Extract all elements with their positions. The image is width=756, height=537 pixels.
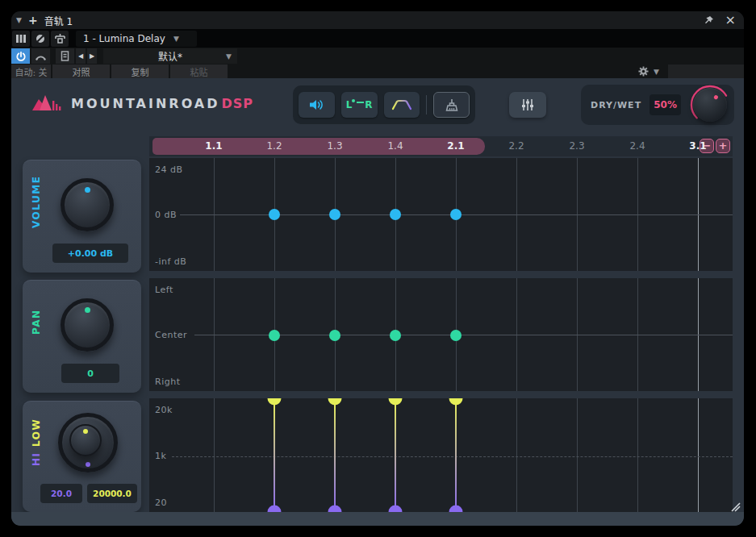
- volume-scale-label: 0 dB: [155, 210, 177, 220]
- mixer-view-button[interactable]: [509, 92, 546, 118]
- routing-icon[interactable]: [51, 31, 69, 47]
- knob-indicator-dot: [712, 94, 718, 100]
- ruler-beat-3.1: 3.1: [682, 136, 714, 156]
- hipass-point-1.4[interactable]: [389, 506, 403, 513]
- pan-value[interactable]: 0: [61, 364, 119, 383]
- plugin-slot-select[interactable]: 1 - Lumina Delay ▼: [76, 31, 197, 47]
- inserts-rack-button[interactable]: [12, 31, 30, 47]
- window-titlebar: ▼ + 音轨 1 ×: [11, 11, 744, 29]
- volume-point-1.2[interactable]: [269, 209, 280, 220]
- lane-toggle-group: LR: [293, 85, 475, 124]
- volume-value[interactable]: +0.00 dB: [52, 244, 128, 263]
- pan-point-1.2[interactable]: [269, 330, 280, 341]
- pan-point-2.1[interactable]: [450, 330, 462, 341]
- volume-knob[interactable]: [61, 178, 114, 231]
- pan-point-1.4[interactable]: [390, 330, 401, 341]
- bypass-circle-icon[interactable]: [31, 31, 49, 47]
- sliders-icon: [520, 98, 535, 111]
- grid-line-2.4: [637, 398, 638, 512]
- window-menu-caret[interactable]: ▼: [16, 16, 22, 24]
- pan-panel-label: PAN: [31, 285, 42, 359]
- chevron-down-icon: ▼: [226, 52, 232, 60]
- dry-wet-value[interactable]: 50%: [649, 94, 681, 115]
- ruler-beat-1.3: 1.3: [319, 136, 351, 156]
- lowpass-point-1.2[interactable]: [268, 398, 282, 406]
- ruler-beat-1.1: 1.1: [198, 136, 230, 156]
- ruler-beat-2.2: 2.2: [500, 136, 533, 156]
- ruler-beat-1.4: 1.4: [379, 136, 411, 156]
- next-preset-button[interactable]: ▶: [87, 48, 97, 64]
- lr-icon: LR: [346, 99, 373, 110]
- volume-lane-button[interactable]: [299, 92, 335, 118]
- lowpass-point-2.1[interactable]: [449, 398, 463, 406]
- filter-range-1.2: [274, 398, 275, 512]
- ruler-beat-2.4: 2.4: [621, 136, 654, 156]
- divider: [426, 95, 427, 114]
- paste-button[interactable]: 粘贴: [170, 65, 228, 78]
- input-activity-icon[interactable]: [31, 48, 50, 64]
- hipass-knob[interactable]: [58, 413, 118, 472]
- hipass-point-1.2[interactable]: [268, 506, 282, 513]
- plugin-ui: MOUNTAINROADDSP LR: [11, 78, 744, 526]
- plugin-power-button[interactable]: [11, 48, 30, 64]
- chevron-down-icon: ▼: [173, 35, 179, 43]
- brand-suffix: DSP: [221, 96, 253, 111]
- ruler-beat-2.1: 2.1: [440, 136, 472, 156]
- preset-select[interactable]: 默认* ▼: [103, 48, 237, 64]
- brand-logo: MOUNTAINROADDSP: [32, 93, 253, 114]
- add-track-button[interactable]: +: [28, 14, 38, 27]
- lowpass-point-1.3[interactable]: [328, 398, 342, 406]
- dry-wet-knob[interactable]: [689, 84, 731, 126]
- compare-button[interactable]: 对照: [52, 65, 110, 78]
- filter-range-1.3: [334, 398, 336, 512]
- volume-lane[interactable]: 24 dB0 dB-inf dB: [149, 158, 733, 271]
- filter-scale-label: 1k: [155, 450, 166, 460]
- track-title: 音轨 1: [44, 14, 73, 27]
- pin-icon[interactable]: [704, 15, 714, 26]
- automation-button[interactable]: 自动: 关: [11, 65, 51, 78]
- volume-point-1.3[interactable]: [329, 209, 340, 220]
- volume-point-2.1[interactable]: [450, 209, 462, 220]
- resize-handle[interactable]: [729, 500, 741, 516]
- copy-button[interactable]: 复制: [111, 65, 169, 78]
- hilow-panel-label: HI LOW: [31, 406, 42, 478]
- hipass-value[interactable]: 20.0: [40, 484, 82, 503]
- beat-ruler[interactable]: − + 1.11.21.31.42.12.22.32.43.1: [149, 136, 733, 156]
- pan-point-1.3[interactable]: [329, 330, 340, 341]
- volume-panel-label: VOLUME: [31, 165, 42, 239]
- filter-lane[interactable]: 20k1k20: [149, 398, 733, 512]
- hi-label: HI: [31, 452, 42, 466]
- volume-panel: VOLUME +0.00 dB: [23, 160, 141, 273]
- hilow-panel: HI LOW 20.0 20000.0: [23, 401, 141, 512]
- knob-indicator-dot: [83, 429, 88, 434]
- chevron-down-icon[interactable]: ▼: [654, 68, 659, 76]
- grid-line-3.1: [698, 398, 699, 512]
- pan-lane[interactable]: LeftCenterRight: [149, 278, 733, 391]
- lowpass-point-1.4[interactable]: [389, 398, 403, 406]
- mountain-logo-icon: [32, 93, 63, 114]
- hipass-point-1.3[interactable]: [328, 506, 342, 513]
- volume-point-1.4[interactable]: [390, 209, 401, 220]
- hipass-point-2.1[interactable]: [449, 506, 463, 513]
- pan-scale-label: Left: [155, 285, 173, 295]
- broom-icon: [445, 98, 459, 112]
- prev-preset-button[interactable]: ◀: [76, 48, 86, 64]
- zoom-in-button[interactable]: +: [716, 139, 730, 153]
- clear-lane-button[interactable]: [433, 92, 470, 118]
- action-bar: 自动: 关 对照 复制 粘贴 ▼: [11, 65, 744, 78]
- brand-name: MOUNTAINROAD: [71, 96, 219, 111]
- lowpass-knob[interactable]: [69, 424, 102, 456]
- pan-knob[interactable]: [61, 298, 114, 352]
- pan-scale-label: Center: [155, 330, 187, 340]
- pan-lane-button[interactable]: LR: [341, 92, 378, 118]
- lowpass-value[interactable]: 20000.0: [87, 484, 137, 503]
- gear-icon[interactable]: [638, 66, 649, 77]
- speaker-icon: [308, 98, 324, 111]
- preset-name: 默认*: [158, 49, 182, 63]
- toolbar-strip: [668, 65, 744, 78]
- preset-file-icon[interactable]: [56, 48, 74, 64]
- knob-indicator-dot: [86, 462, 90, 467]
- filter-lane-button[interactable]: [384, 92, 420, 118]
- dry-wet-module: DRY/WET 50%: [581, 85, 734, 125]
- close-icon[interactable]: ×: [725, 15, 736, 25]
